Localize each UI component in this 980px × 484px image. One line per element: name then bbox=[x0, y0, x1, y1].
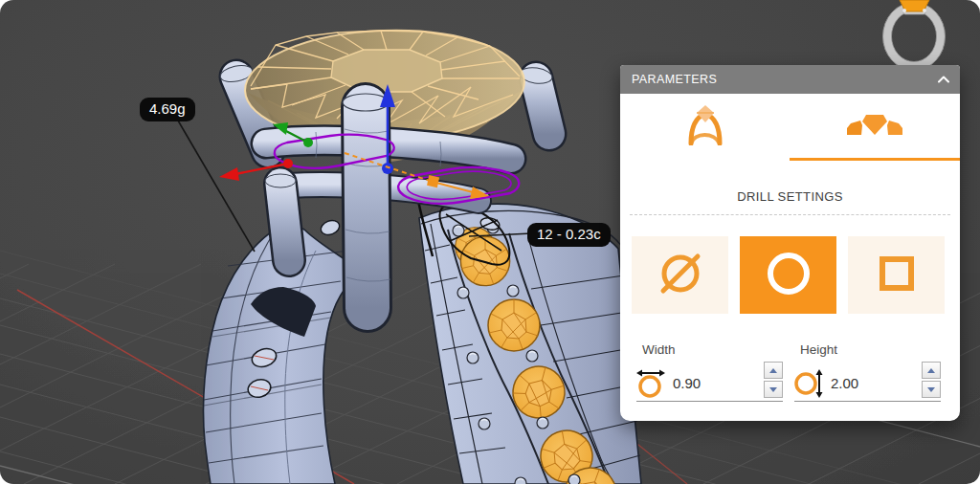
drill-round-button[interactable] bbox=[740, 236, 836, 314]
width-spin-up-button[interactable] bbox=[764, 362, 783, 379]
stone-count-label: 12 - 0.23c bbox=[527, 223, 611, 247]
height-field-group: Height bbox=[794, 342, 941, 407]
section-title: DRILL SETTINGS bbox=[620, 189, 960, 204]
panel-header[interactable]: PARAMETERS bbox=[620, 65, 960, 94]
width-spin-down-button[interactable] bbox=[764, 381, 783, 398]
ring-tab-icon bbox=[683, 103, 727, 149]
height-spinner bbox=[922, 362, 941, 398]
width-spinner bbox=[764, 362, 783, 398]
no-drill-icon bbox=[656, 249, 705, 302]
gems-tab-icon bbox=[845, 110, 904, 143]
tab-gem-settings[interactable] bbox=[791, 94, 961, 158]
weight-label: 4.69g bbox=[140, 98, 195, 121]
width-field-group: Width bbox=[636, 342, 783, 407]
square-drill-icon bbox=[872, 249, 922, 302]
tab-ring-settings[interactable] bbox=[620, 94, 791, 158]
panel-title: PARAMETERS bbox=[620, 73, 927, 86]
height-spin-down-button[interactable] bbox=[922, 381, 941, 398]
drill-none-button[interactable] bbox=[632, 236, 728, 314]
section-divider bbox=[630, 214, 950, 215]
drill-height-icon bbox=[794, 364, 823, 403]
round-drill-icon bbox=[764, 249, 813, 302]
drill-square-button[interactable] bbox=[848, 236, 945, 314]
chevron-up-icon[interactable] bbox=[927, 65, 960, 94]
tab-bar bbox=[620, 94, 960, 158]
height-label: Height bbox=[794, 342, 941, 357]
parameters-panel: PARAMETERS bbox=[620, 65, 960, 421]
drill-shape-options bbox=[632, 236, 945, 314]
height-input[interactable] bbox=[831, 375, 886, 391]
drill-width-icon bbox=[636, 364, 665, 403]
width-input[interactable] bbox=[673, 375, 728, 391]
viewport-window: 4.69g 12 - 0.23c PARAMETERS bbox=[0, 0, 980, 484]
selected-tab-underline bbox=[790, 158, 960, 161]
ring-preview-thumbnail bbox=[883, 0, 946, 71]
ring-shank-right bbox=[416, 178, 641, 484]
height-spin-up-button[interactable] bbox=[922, 362, 941, 379]
width-label: Width bbox=[636, 342, 783, 357]
